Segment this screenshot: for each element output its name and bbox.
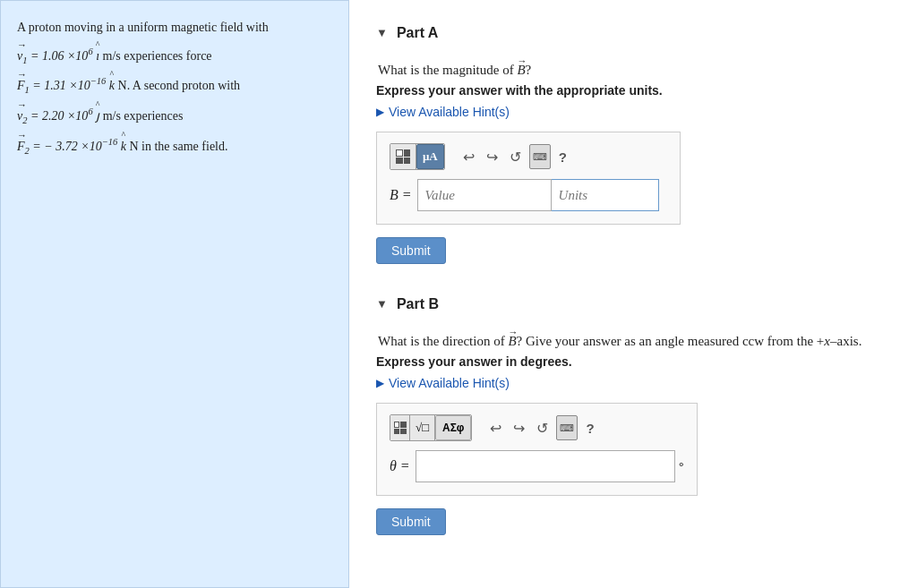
part-a-toolbar: μΑ ↩ ↪ ↺ ⌨ ? (390, 143, 667, 170)
part-b-grid-icon (394, 422, 407, 434)
part-b-undo-button[interactable]: ↩ (486, 415, 505, 440)
part-b-section: ▼ Part B What is the direction of → B ? … (376, 296, 890, 535)
part-a-value-input[interactable] (417, 179, 552, 211)
part-a-grid-button[interactable] (390, 144, 416, 169)
part-a-submit-button[interactable]: Submit (376, 237, 446, 264)
part-b-theta-input[interactable] (416, 450, 675, 482)
part-b-input-label: θ = (390, 458, 410, 474)
part-b-submit-row: Submit (376, 508, 890, 535)
part-b-sqrt-button[interactable]: √□ (410, 415, 435, 440)
part-a-instruction: Express your answer with the appropriate… (376, 83, 890, 98)
part-a-redo-button[interactable]: ↪ (483, 144, 501, 169)
part-a-undo-button[interactable]: ↩ (459, 144, 478, 169)
grid-icon (396, 149, 410, 164)
part-b-instruction: Express your answer in degrees. (376, 354, 890, 369)
part-a-reset-button[interactable]: ↺ (506, 144, 525, 169)
part-a-help-button[interactable]: ? (555, 144, 570, 169)
part-b-redo-button[interactable]: ↪ (510, 415, 528, 440)
part-b-answer-box: √□ ΑΣφ ↩ ↪ ↺ ⌨ (376, 403, 698, 496)
part-a-answer-box: μΑ ↩ ↪ ↺ ⌨ ? (376, 132, 681, 225)
part-b-toolbar: √□ ΑΣφ ↩ ↪ ↺ ⌨ (390, 414, 684, 441)
part-a-title: Part A (397, 25, 439, 41)
part-a-units-input[interactable] (552, 179, 659, 211)
part-b-title: Part B (397, 296, 439, 312)
part-b-keyboard-icon: ⌨ (560, 422, 574, 434)
part-b-submit-button[interactable]: Submit (376, 508, 446, 535)
part-a-mu-button[interactable]: μΑ (416, 144, 444, 169)
keyboard-icon: ⌨ (533, 151, 547, 163)
part-b-help-button[interactable]: ? (582, 415, 597, 440)
part-b-hint-arrow-icon: ▶ (376, 377, 384, 389)
part-a-section: ▼ Part A What is the magnitude of → B ? … (376, 25, 890, 264)
part-b-question: What is the direction of → B ? Give your… (378, 327, 890, 349)
part-a-format-group: μΑ (390, 143, 445, 170)
part-b-format-group: √□ ΑΣφ (390, 414, 472, 441)
part-a-collapse-arrow[interactable]: ▼ (376, 26, 388, 40)
part-a-hint-link[interactable]: ▶ View Available Hint(s) (376, 105, 890, 119)
part-b-header: ▼ Part B (376, 296, 890, 312)
part-b-symbol-button[interactable]: ΑΣφ (435, 415, 471, 440)
degree-symbol: ° (679, 459, 684, 474)
part-a-input-row: B = (390, 179, 667, 211)
part-b-reset-button[interactable]: ↺ (533, 415, 552, 440)
problem-statement: A proton moving in a uniform magnetic fi… (0, 0, 349, 588)
part-a-header: ▼ Part A (376, 25, 890, 41)
part-b-input-row: θ = ° (390, 450, 684, 482)
part-b-keyboard-button[interactable]: ⌨ (556, 415, 578, 440)
right-panel: ▼ Part A What is the magnitude of → B ? … (349, 0, 917, 588)
hint-arrow-icon: ▶ (376, 106, 384, 118)
part-b-hint-link[interactable]: ▶ View Available Hint(s) (376, 376, 890, 390)
part-b-collapse-arrow[interactable]: ▼ (376, 297, 388, 311)
part-b-grid-button[interactable] (390, 415, 410, 440)
part-a-input-label: B = (390, 187, 412, 203)
sqrt-icon: √□ (416, 421, 429, 435)
part-a-keyboard-button[interactable]: ⌨ (529, 144, 551, 169)
part-a-submit-row: Submit (376, 237, 890, 264)
part-a-question: What is the magnitude of → B ? (378, 55, 890, 78)
